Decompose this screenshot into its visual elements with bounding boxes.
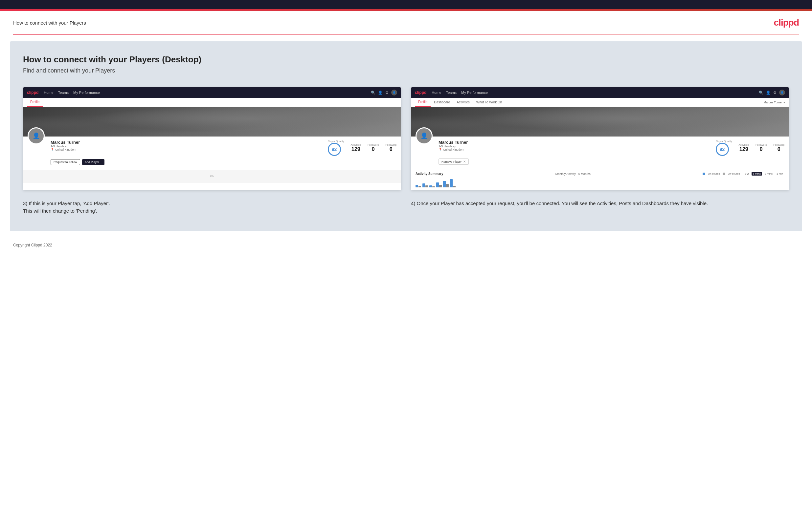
activity-title: Activity Summary bbox=[415, 172, 443, 176]
screenshot-1: clippd Home Teams My Performance 🔍 👤 ⚙ 👤… bbox=[23, 87, 401, 190]
bar-group-5 bbox=[443, 181, 449, 187]
bar-group-3 bbox=[429, 185, 435, 187]
bar-off-3 bbox=[432, 186, 435, 187]
nav-home-2[interactable]: Home bbox=[432, 91, 441, 95]
bar-off-1 bbox=[418, 186, 421, 187]
tab-whattowrkon-2[interactable]: What To Work On bbox=[473, 98, 506, 107]
filter-1mth[interactable]: 1 mth bbox=[775, 172, 784, 176]
top-bar bbox=[0, 0, 812, 9]
stat-followers-1: Followers 0 bbox=[367, 144, 379, 152]
app-nav-2: clippd Home Teams My Performance 🔍 👤 ⚙ 👤 bbox=[411, 87, 789, 98]
nav-myperformance-1[interactable]: My Performance bbox=[73, 91, 100, 95]
activities-value-2: 129 bbox=[739, 146, 749, 152]
activities-label-1: Activities bbox=[351, 144, 361, 146]
user-icon-1[interactable]: 👤 bbox=[378, 91, 383, 95]
legend-on-dot bbox=[703, 173, 705, 175]
activity-summary: Activity Summary Monthly Activity - 6 Mo… bbox=[411, 169, 789, 190]
page-subtitle: Find and connect with your Players bbox=[23, 67, 789, 74]
caption-right-text: 4) Once your Player has accepted your re… bbox=[411, 201, 708, 206]
profile-banner-1 bbox=[23, 107, 401, 136]
header-title: How to connect with your Players bbox=[13, 20, 86, 25]
quality-label-1: Player Quality bbox=[328, 140, 344, 143]
location-pin-1: 📍 bbox=[51, 148, 54, 151]
tab-dashboard-2[interactable]: Dashboard bbox=[430, 98, 453, 107]
clippd-logo: clippd bbox=[774, 17, 799, 28]
search-icon-1[interactable]: 🔍 bbox=[371, 91, 375, 95]
followers-value-1: 0 bbox=[367, 146, 379, 152]
caption-left: 3) If this is your Player tap, 'Add Play… bbox=[23, 200, 401, 215]
tab-player-name[interactable]: Marcus Turner ▾ bbox=[763, 101, 785, 104]
filter-6mths[interactable]: 6 mths bbox=[752, 172, 762, 176]
tab-profile-2[interactable]: Profile bbox=[415, 98, 430, 107]
avatar-icon-1[interactable]: 👤 bbox=[391, 90, 397, 96]
stat-activities-2: Activities 129 bbox=[739, 144, 749, 152]
following-label-1: Following bbox=[385, 144, 397, 146]
avatar-2: 👤 bbox=[415, 127, 433, 145]
bar-on-5 bbox=[443, 181, 446, 187]
user-icon-2[interactable]: 👤 bbox=[766, 91, 771, 95]
app-tabs-1: Profile bbox=[23, 98, 401, 107]
quality-circle-1: 92 bbox=[328, 143, 341, 156]
header-divider bbox=[13, 35, 799, 35]
avatar-1: 👤 bbox=[28, 127, 45, 145]
caption-right: 4) Once your Player has accepted your re… bbox=[411, 200, 789, 215]
activity-period: Monthly Activity - 6 Months bbox=[555, 172, 591, 176]
bar-on-3 bbox=[429, 185, 432, 187]
add-player-button-1[interactable]: Add Player + bbox=[82, 159, 104, 165]
nav-home-1[interactable]: Home bbox=[44, 91, 53, 95]
quality-circle-2: 92 bbox=[716, 143, 729, 156]
bar-on-4 bbox=[436, 182, 439, 187]
copyright-text: Copyright Clippd 2022 bbox=[13, 243, 52, 247]
profile-banner-2 bbox=[411, 107, 789, 136]
player-name-1: Marcus Turner bbox=[51, 140, 80, 145]
nav-teams-1[interactable]: Teams bbox=[58, 91, 69, 95]
screenshots-row: clippd Home Teams My Performance 🔍 👤 ⚙ 👤… bbox=[23, 87, 789, 190]
app-nav-1: clippd Home Teams My Performance 🔍 👤 ⚙ 👤 bbox=[23, 87, 401, 98]
follow-button-1[interactable]: Request to Follow bbox=[51, 159, 80, 165]
header: How to connect with your Players clippd bbox=[0, 11, 812, 35]
activity-bars bbox=[415, 177, 784, 187]
bar-group-4 bbox=[436, 182, 442, 187]
following-value-2: 0 bbox=[773, 146, 784, 152]
legend-off-label: Off course bbox=[728, 172, 740, 175]
player-name-2: Marcus Turner bbox=[439, 140, 468, 145]
caption-left-text: 3) If this is your Player tap, 'Add Play… bbox=[23, 201, 110, 214]
stat-followers-2: Followers 0 bbox=[756, 144, 767, 152]
legend-off-dot bbox=[723, 173, 725, 175]
bar-on-6 bbox=[450, 179, 453, 187]
bar-group-2 bbox=[422, 183, 428, 187]
stat-activities-1: Activities 129 bbox=[351, 144, 361, 152]
bar-off-4 bbox=[439, 185, 442, 187]
filter-1yr[interactable]: 1 yr bbox=[743, 172, 750, 176]
bar-group-1 bbox=[415, 185, 421, 187]
player-handicap-1: 1-5 Handicap bbox=[51, 145, 80, 148]
filter-3mths[interactable]: 3 mths bbox=[763, 172, 774, 176]
search-icon-2[interactable]: 🔍 bbox=[759, 91, 763, 95]
app-logo-2: clippd bbox=[415, 90, 426, 95]
nav-items-2: Home Teams My Performance bbox=[432, 91, 759, 95]
profile-buttons-1: Request to Follow Add Player + bbox=[51, 159, 397, 165]
avatar-wrap-2: 👤 bbox=[415, 127, 433, 145]
remove-player-button[interactable]: Remove Player ✕ bbox=[439, 159, 469, 165]
activities-value-1: 129 bbox=[351, 146, 361, 152]
tab-activities-2[interactable]: Activities bbox=[453, 98, 473, 107]
settings-icon-2[interactable]: ⚙ bbox=[773, 91, 776, 95]
edit-icon-1: ✏ bbox=[210, 173, 214, 179]
banner-bg-2 bbox=[411, 107, 789, 136]
bar-on-2 bbox=[422, 183, 425, 187]
app-tabs-2: Profile Dashboard Activities What To Wor… bbox=[411, 98, 789, 107]
avatar-icon-2[interactable]: 👤 bbox=[779, 90, 785, 96]
app-logo-1: clippd bbox=[27, 90, 39, 95]
remove-x-icon: ✕ bbox=[463, 160, 466, 163]
stat-following-2: Following 0 bbox=[773, 144, 784, 152]
nav-icons-2: 🔍 👤 ⚙ 👤 bbox=[759, 90, 785, 96]
tab-profile-1[interactable]: Profile bbox=[27, 98, 43, 107]
player-handicap-2: 1-5 Handicap bbox=[439, 145, 468, 148]
nav-items-1: Home Teams My Performance bbox=[44, 91, 371, 95]
nav-teams-2[interactable]: Teams bbox=[446, 91, 457, 95]
followers-label-1: Followers bbox=[367, 144, 379, 146]
bar-off-2 bbox=[425, 185, 428, 187]
banner-bg-1 bbox=[23, 107, 401, 136]
nav-myperformance-2[interactable]: My Performance bbox=[461, 91, 488, 95]
settings-icon-1[interactable]: ⚙ bbox=[385, 91, 389, 95]
